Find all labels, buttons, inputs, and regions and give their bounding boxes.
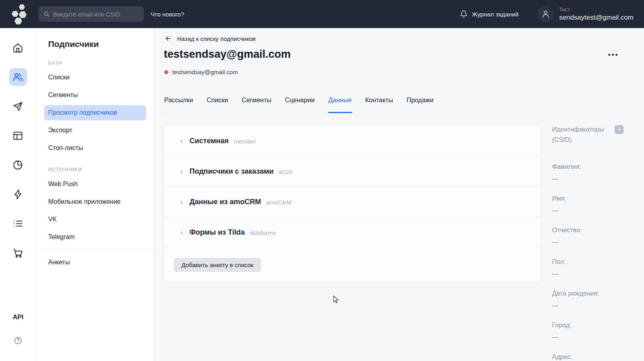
- back-link[interactable]: Назад к списку подписчиков: [165, 35, 256, 42]
- pie-chart-icon: [12, 160, 23, 170]
- icon-rail: API: [0, 28, 36, 361]
- sidebar-title: Подписчики: [48, 39, 153, 49]
- global-search: [39, 6, 144, 22]
- help-icon: [14, 336, 22, 345]
- sidebar-item-segments[interactable]: Сегменты: [44, 87, 146, 103]
- cart-icon: [12, 247, 23, 258]
- field-lastname: Фамилия: —: [552, 163, 624, 183]
- more-menu-button[interactable]: [607, 52, 619, 57]
- form-code: a520: [279, 168, 292, 175]
- sidebar-item-vk[interactable]: VK: [44, 212, 146, 227]
- tab-lists[interactable]: Списки: [206, 96, 228, 113]
- subscriber-status: testsendsay@gmail.com: [164, 69, 238, 75]
- rail-item-subscribers[interactable]: [9, 68, 27, 86]
- field-label: Адрес:: [552, 353, 624, 361]
- tab-campaigns[interactable]: Рассылки: [164, 96, 194, 113]
- forms-card: › Системная member › Подписчики с заказа…: [164, 126, 541, 282]
- sendsay-logo-icon[interactable]: [10, 3, 28, 25]
- field-label: Фамилия:: [552, 163, 624, 171]
- subscriber-tabs: Рассылки Списки Сегменты Сценарии Данные…: [164, 96, 541, 113]
- sidebar-section-sources-label: ИСТОЧНИКИ: [48, 167, 153, 172]
- send-icon: [12, 101, 23, 112]
- sidebar-item-telegram[interactable]: Telegram: [44, 229, 146, 245]
- list-icon: [12, 218, 23, 229]
- field-label: Дата рождения:: [552, 290, 624, 298]
- sidebar-section-base-label: БАЗА: [48, 60, 153, 66]
- form-title: Подписчики с заказами: [190, 167, 273, 176]
- rail-item-lists[interactable]: [9, 215, 27, 232]
- sidebar-item-export[interactable]: Экспорт: [44, 123, 146, 138]
- field-label: Имя:: [552, 195, 624, 203]
- whats-new-link[interactable]: Что нового?: [151, 11, 184, 18]
- details-title: Идентификаторы (CSID): [552, 124, 612, 145]
- topbar: Что нового? Журнал заданий Тест sendsayt…: [0, 0, 644, 28]
- section-sidebar: Подписчики БАЗА Списки Сегменты Просмотр…: [36, 28, 154, 361]
- chevron-right-icon: ›: [180, 198, 183, 205]
- form-row-orders[interactable]: › Подписчики с заказами a520: [164, 156, 541, 187]
- tab-segments[interactable]: Сегменты: [241, 96, 272, 113]
- form-code: tildaforms: [250, 229, 276, 236]
- field-value: —: [552, 238, 624, 246]
- sidebar-item-stop-lists[interactable]: Стоп-листы: [44, 140, 146, 156]
- field-gender: Пол: —: [552, 258, 624, 278]
- home-icon: [12, 43, 23, 53]
- user-menu[interactable]: Тест sendsaytest@gmail.com: [537, 6, 634, 22]
- avatar: [537, 6, 554, 22]
- lightning-icon: [12, 189, 23, 200]
- task-journal-label: Журнал заданий: [472, 11, 518, 18]
- sidebar-item-lists[interactable]: Списки: [44, 70, 146, 85]
- help-button[interactable]: [0, 336, 36, 345]
- rail-item-statistics[interactable]: [9, 156, 27, 174]
- users-icon: [12, 72, 23, 83]
- task-journal-button[interactable]: Журнал заданий: [460, 10, 518, 18]
- rail-item-campaigns[interactable]: [9, 97, 27, 115]
- tab-contacts[interactable]: Контакты: [365, 96, 393, 113]
- field-value: —: [552, 333, 624, 341]
- sidebar-divider: [36, 250, 153, 250]
- layout-icon: [12, 130, 23, 141]
- field-value: —: [552, 175, 624, 183]
- subscriber-details-panel: Идентификаторы (CSID) + Фамилия: — Имя: …: [552, 124, 624, 361]
- field-city: Город: —: [552, 321, 624, 341]
- rail-item-shop[interactable]: [9, 244, 27, 262]
- tab-scenarios[interactable]: Сценарии: [285, 96, 315, 113]
- field-value: —: [552, 207, 624, 215]
- form-row-tilda[interactable]: › Формы из Tilda tildaforms: [164, 217, 541, 248]
- field-firstname: Имя: —: [552, 195, 624, 215]
- sidebar-item-view-subscribers[interactable]: Просмотр подписчиков: [44, 105, 146, 120]
- rail-item-automation[interactable]: [9, 185, 27, 203]
- field-value: —: [552, 302, 624, 310]
- rail-item-api[interactable]: API: [0, 314, 36, 321]
- form-row-amocrm[interactable]: › Данные из amoCRM amoCRM: [164, 187, 541, 217]
- field-middlename: Отчество: —: [552, 226, 624, 246]
- user-email: sendsaytest@gmail.com: [559, 13, 634, 22]
- form-code: member: [234, 138, 256, 145]
- tab-sales[interactable]: Продажи: [406, 96, 434, 113]
- field-value: —: [552, 270, 624, 278]
- tab-data[interactable]: Данные: [328, 96, 352, 113]
- sidebar-item-web-push[interactable]: Web Push: [44, 176, 146, 192]
- search-input[interactable]: [39, 6, 144, 22]
- add-csid-button[interactable]: +: [615, 125, 624, 134]
- back-link-label: Назад к списку подписчиков: [177, 35, 256, 42]
- field-label: Пол:: [552, 258, 624, 266]
- sidebar-item-forms[interactable]: Анкеты: [44, 255, 146, 270]
- add-form-button[interactable]: Добавить анкету в список: [174, 258, 261, 272]
- rail-item-templates[interactable]: [9, 127, 27, 144]
- rail-item-home[interactable]: [9, 39, 27, 57]
- form-title: Данные из amoCRM: [190, 198, 261, 206]
- status-dot: [164, 70, 168, 74]
- form-row-system[interactable]: › Системная member: [164, 126, 541, 156]
- field-label: Отчество:: [552, 226, 624, 234]
- person-icon: [541, 9, 550, 19]
- chevron-right-icon: ›: [180, 229, 183, 236]
- search-icon: [43, 11, 50, 17]
- form-title: Системная: [190, 137, 228, 145]
- page-title: testsendsay@gmail.com: [164, 48, 291, 61]
- back-arrow-icon: [165, 35, 172, 42]
- status-email: testsendsay@gmail.com: [172, 69, 238, 75]
- field-label: Город:: [552, 321, 624, 329]
- main-content: Назад к списку подписчиков testsendsay@g…: [154, 28, 644, 361]
- sidebar-item-mobile-app[interactable]: Мобильное приложение: [44, 194, 146, 209]
- field-address: Адрес:: [552, 353, 624, 361]
